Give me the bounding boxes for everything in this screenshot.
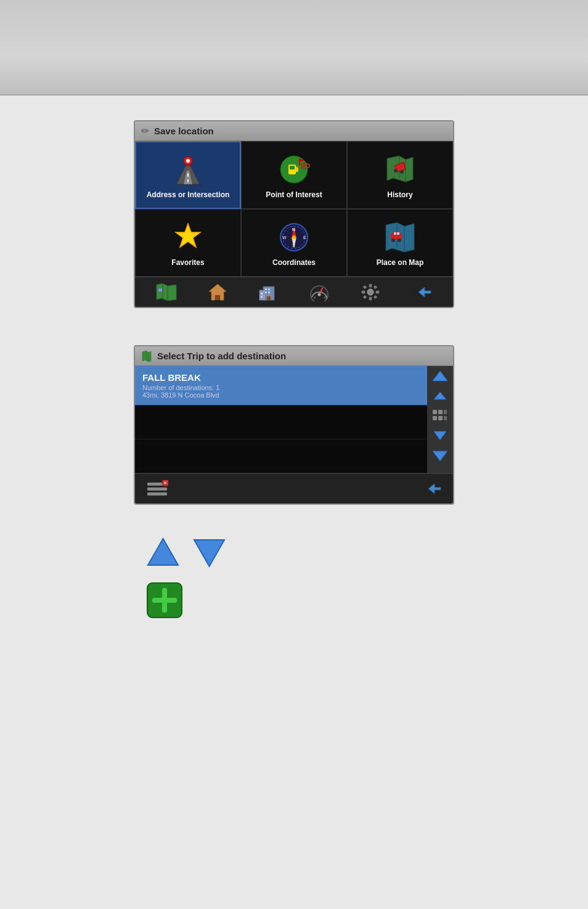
svg-rect-94 [152, 598, 177, 603]
trip-info: 43mi, 3819 N Cocoa Blvd [142, 391, 420, 399]
favorites-icon [169, 221, 206, 255]
svg-rect-69 [374, 295, 377, 299]
svg-rect-79 [438, 416, 443, 420]
svg-rect-14 [301, 163, 307, 168]
trip-list-view-icon[interactable] [429, 407, 451, 425]
svg-rect-50 [268, 288, 270, 290]
plus-icon-row [146, 582, 442, 619]
svg-rect-54 [261, 296, 263, 298]
arrow-icons-row [146, 536, 442, 569]
svg-rect-3 [187, 179, 189, 182]
address-intersection-label: Address or Intersection [147, 190, 230, 200]
svg-text:W: W [282, 235, 287, 240]
svg-rect-68 [363, 295, 367, 299]
svg-point-39 [391, 238, 395, 242]
select-trip-title: Select Trip to add destination [157, 351, 286, 361]
svg-point-40 [398, 238, 401, 242]
toolbar-building-icon[interactable] [255, 281, 282, 303]
address-intersection-icon [169, 153, 206, 187]
svg-marker-75 [434, 392, 446, 399]
svg-rect-85 [147, 487, 167, 491]
toolbar-settings-icon[interactable] [357, 281, 384, 303]
svg-rect-81 [444, 416, 447, 420]
scroll-down-button[interactable] [429, 426, 451, 445]
svg-marker-70 [419, 287, 431, 297]
trip-item-fall-break[interactable]: FALL BREAK Number of destinations: 1 43m… [135, 366, 427, 406]
svg-rect-80 [444, 410, 447, 414]
svg-rect-53 [261, 293, 263, 295]
save-location-title: Save location [154, 126, 214, 136]
svg-rect-66 [363, 285, 367, 289]
svg-marker-83 [433, 451, 447, 461]
toolbar-back-icon[interactable] [408, 281, 435, 303]
svg-text:E: E [303, 235, 306, 240]
coordinates-label: Coordinates [272, 258, 316, 268]
svg-marker-41 [157, 283, 176, 301]
save-location-toolbar: 0 60 [135, 277, 453, 307]
toolbar-speedometer-icon[interactable]: 0 60 [306, 281, 333, 303]
svg-rect-65 [376, 291, 379, 293]
svg-rect-2 [187, 173, 189, 177]
menu-item-poi[interactable]: Point of Interest [241, 141, 347, 209]
menu-item-coordinates[interactable]: N S E W Coordinates [241, 209, 347, 277]
svg-point-21 [400, 170, 404, 174]
toolbar-home-icon[interactable] [204, 281, 231, 303]
menu-item-history[interactable]: History [347, 141, 453, 209]
toolbar-map-icon[interactable] [153, 281, 180, 303]
svg-marker-22 [176, 224, 200, 247]
svg-marker-71 [142, 351, 151, 362]
menu-item-address-intersection[interactable]: Address or Intersection [135, 141, 241, 209]
svg-rect-77 [438, 410, 443, 414]
trip-scrollbar [427, 366, 453, 473]
trip-name: FALL BREAK [142, 372, 420, 383]
icons-section [134, 536, 454, 619]
scroll-up-button[interactable] [429, 387, 451, 406]
trip-item-empty-1 [135, 406, 427, 439]
svg-rect-78 [433, 416, 437, 420]
favorites-label: Favorites [171, 258, 204, 268]
trip-toolbar-back-icon[interactable] [417, 478, 444, 500]
select-trip-panel: Select Trip to add destination FALL BREA… [134, 345, 454, 505]
svg-rect-86 [147, 492, 167, 495]
svg-marker-90 [148, 539, 178, 565]
svg-rect-67 [374, 285, 377, 289]
svg-rect-51 [265, 291, 267, 293]
svg-marker-91 [194, 540, 224, 566]
svg-rect-38 [397, 232, 399, 235]
save-location-titlebar: ✏ Save location [135, 121, 453, 141]
svg-marker-89 [428, 484, 441, 494]
menu-item-place-on-map[interactable]: Place on Map [347, 209, 453, 277]
select-trip-title-icon [141, 350, 152, 362]
history-label: History [387, 190, 412, 200]
select-trip-titlebar: Select Trip to add destination [135, 346, 453, 366]
svg-rect-76 [433, 410, 437, 414]
svg-point-58 [318, 293, 321, 296]
save-location-menu: Address or Intersection [135, 141, 453, 277]
save-location-title-icon: ✏ [141, 125, 149, 137]
content-area: ✏ Save location [0, 96, 588, 637]
trip-destinations: Number of destinations: 1 [142, 384, 420, 391]
poi-icon [276, 153, 312, 187]
trip-bottom-toolbar: × [135, 473, 453, 503]
scroll-down-fast-button[interactable] [429, 446, 451, 465]
svg-rect-9 [290, 166, 295, 169]
coordinates-icon: N S E W [276, 221, 312, 255]
trip-toolbar-list-icon[interactable]: × [144, 478, 171, 500]
poi-label: Point of Interest [266, 190, 322, 200]
svg-point-20 [394, 169, 398, 173]
trip-list: FALL BREAK Number of destinations: 1 43m… [135, 366, 427, 473]
svg-rect-62 [369, 284, 372, 287]
add-destination-icon[interactable] [146, 582, 183, 619]
trip-panel-body: FALL BREAK Number of destinations: 1 43m… [135, 366, 453, 473]
svg-text:×: × [164, 480, 167, 486]
menu-item-favorites[interactable]: Favorites [135, 209, 241, 277]
svg-rect-37 [394, 232, 396, 235]
big-scroll-down-icon[interactable] [192, 536, 226, 569]
svg-rect-44 [158, 288, 162, 291]
history-icon [382, 153, 419, 187]
top-banner [0, 0, 588, 96]
place-on-map-label: Place on Map [377, 258, 424, 268]
svg-marker-82 [434, 431, 446, 440]
big-scroll-up-icon[interactable] [146, 536, 180, 569]
scroll-up-fast-button[interactable] [429, 367, 451, 386]
